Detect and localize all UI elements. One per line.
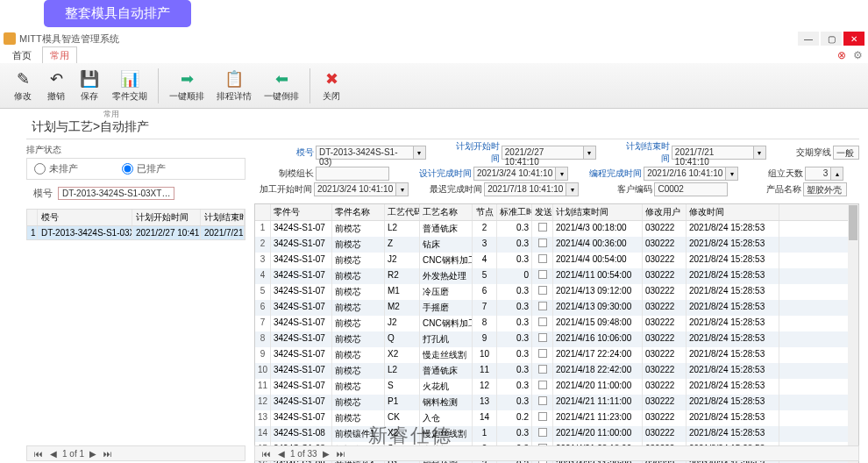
detail-icon: 📋	[224, 68, 245, 89]
plan-end-input[interactable]: 2021/7/21 10:41:10	[672, 146, 754, 160]
design-done-lbl: 设计完成时间	[419, 167, 472, 180]
window-close-button[interactable]: ✕	[843, 32, 864, 46]
checkbox[interactable]	[538, 286, 547, 295]
col-node[interactable]: 节点	[473, 204, 497, 220]
help-icon[interactable]: ⊗	[837, 49, 846, 61]
due-lbl: 交期穿线	[787, 146, 831, 159]
checkbox[interactable]	[538, 396, 547, 405]
proc-start-input[interactable]: 2021/3/24 10:41:10	[314, 182, 396, 196]
pager-first-icon[interactable]: ⏮	[32, 449, 45, 459]
team-input[interactable]	[316, 167, 389, 181]
pager-next-icon[interactable]: ▶	[321, 449, 331, 459]
modify-button[interactable]: ✎修改	[7, 67, 39, 104]
mold-filter-input[interactable]: DT-2013-3424S-S1-03XT…	[58, 187, 174, 200]
checkbox[interactable]	[538, 365, 547, 374]
dropdown-icon[interactable]: ▾	[414, 146, 426, 160]
pager-text: 1 of 1	[62, 449, 84, 459]
parts-due-button[interactable]: 📊零件交期	[107, 67, 153, 104]
col-mod-user[interactable]: 修改用户	[643, 204, 687, 220]
pager-next-icon[interactable]: ▶	[88, 449, 98, 459]
checkbox[interactable]	[538, 349, 547, 358]
planned-radio[interactable]: 已排产	[122, 162, 166, 175]
save-button[interactable]: 💾保存	[74, 67, 105, 104]
cust-input[interactable]: C0002	[654, 182, 728, 196]
detail-button[interactable]: 📋排程详情	[211, 67, 257, 104]
checkbox[interactable]	[538, 254, 547, 263]
table-row[interactable]: 63424S-S1-07前模芯M2手摇磨70.32021/4/13 09:30:…	[255, 300, 858, 316]
dropdown-icon[interactable]: ▾	[566, 182, 579, 196]
table-row[interactable]: 13424S-S1-07前模芯L2普通铣床20.32021/4/3 00:18:…	[255, 221, 858, 237]
col-mod-time[interactable]: 修改时间	[687, 204, 779, 220]
scrollbar[interactable]	[848, 204, 858, 463]
col-start[interactable]: 计划开始时间	[132, 210, 201, 225]
dropdown-icon[interactable]: ▾	[754, 146, 766, 160]
pager-last-icon[interactable]: ⏭	[335, 449, 347, 459]
minimize-button[interactable]: —	[798, 32, 819, 46]
close-icon: ✖	[321, 68, 342, 89]
col-part-no[interactable]: 零件号	[271, 204, 332, 220]
latest-done-lbl: 最迟完成时间	[430, 183, 482, 196]
prog-done-input[interactable]: 2021/2/16 10:41:10	[644, 167, 726, 181]
spinner-icon[interactable]: ▴	[831, 167, 843, 181]
mold-filter-row: 模号 DT-2013-3424S-S1-03XT…	[26, 183, 245, 203]
prod-input[interactable]: 塑胶外壳	[803, 182, 847, 196]
table-row[interactable]: 133424S-S1-07前模芯CK入仓140.22021/4/21 11:23…	[255, 410, 858, 426]
status-radio-group: 未排产 已排产	[26, 158, 245, 180]
reverse-button[interactable]: ⬅一键倒排	[259, 67, 304, 104]
checkbox[interactable]	[538, 317, 547, 326]
col-std-hr[interactable]: 标准工时	[497, 204, 532, 220]
table-row[interactable]: 23424S-S1-07前模芯Z钻床30.32021/4/4 00:36:000…	[255, 237, 858, 253]
dropdown-icon[interactable]: ▾	[396, 182, 409, 196]
mold-input[interactable]: DT-2013-3424S-S1-03)	[316, 146, 414, 160]
latest-done-input[interactable]: 2021/7/18 10:41:10	[484, 182, 566, 196]
pager-last-icon[interactable]: ⏭	[102, 449, 114, 459]
undo-button[interactable]: ↶撤销	[40, 67, 72, 104]
col-mold[interactable]: 模号	[38, 210, 132, 225]
col-part-name[interactable]: 零件名称	[332, 204, 385, 220]
seq-button[interactable]: ➡一键顺排	[164, 67, 210, 104]
pager-first-icon[interactable]: ⏮	[260, 449, 273, 459]
table-row[interactable]: 123424S-S1-07前模芯P1钢料检测130.32021/4/21 11:…	[255, 395, 858, 410]
close-button[interactable]: ✖关闭	[316, 67, 347, 104]
col-plan-end[interactable]: 计划结束时间	[553, 204, 643, 220]
table-row[interactable]: 73424S-S1-07前模芯J2CNC钢料加工80.32021/4/15 09…	[255, 316, 858, 331]
checkbox[interactable]	[538, 223, 547, 232]
checkbox[interactable]	[538, 333, 547, 342]
table-row[interactable]: 113424S-S1-07前模芯S火花机120.32021/4/20 11:00…	[255, 379, 858, 395]
col-end[interactable]: 计划结束时间	[201, 210, 245, 225]
dropdown-icon[interactable]: ▾	[556, 167, 568, 181]
checkbox[interactable]	[538, 270, 547, 279]
dropdown-icon[interactable]: ▾	[726, 167, 738, 181]
maximize-button[interactable]: ▢	[821, 32, 842, 46]
settings-icon[interactable]: ⚙	[853, 49, 863, 61]
table-row[interactable]: 53424S-S1-07前模芯M1冷压磨60.32021/4/13 09:12:…	[255, 284, 858, 300]
due-input[interactable]: 一般	[833, 146, 859, 160]
table-row[interactable]: 33424S-S1-07前模芯J2CNC钢料加工40.32021/4/4 00:…	[255, 253, 858, 268]
checkbox[interactable]	[538, 428, 547, 437]
plan-start-input[interactable]: 2021/2/27 10:41:10	[502, 146, 584, 160]
pager-prev-icon[interactable]: ◀	[276, 449, 287, 459]
checkbox[interactable]	[538, 381, 547, 389]
table-row[interactable]: 43424S-S1-07前模芯R2外发热处理502021/4/11 00:54:…	[255, 268, 858, 284]
col-proc-name[interactable]: 工艺名称	[420, 204, 473, 220]
checkbox[interactable]	[538, 302, 547, 310]
table-row[interactable]: 83424S-S1-07前模芯Q打孔机90.32021/4/16 10:06:0…	[255, 331, 858, 347]
app-icon	[4, 32, 16, 45]
table-row[interactable]: 93424S-S1-07前模芯X2慢走丝线割100.32021/4/17 22:…	[255, 347, 858, 363]
app-title: MITT模具智造管理系统	[19, 32, 798, 46]
design-done-input[interactable]: 2021/3/24 10:41:10	[473, 167, 556, 181]
tab-home[interactable]: 首页	[5, 47, 39, 64]
table-row[interactable]: 1DT-2013-3424S-S1-03XT2021/2/27 10:41:10…	[27, 226, 245, 239]
table-row[interactable]: 103424S-S1-07前模芯L2普通铣床110.32021/4/18 22:…	[255, 363, 858, 379]
col-proc-code[interactable]: 工艺代码	[385, 204, 420, 220]
tab-common[interactable]: 常用	[42, 46, 77, 64]
unplanned-radio[interactable]: 未排产	[34, 162, 78, 175]
pager-prev-icon[interactable]: ◀	[48, 449, 59, 459]
table-row[interactable]: 143424S-S1-08前模镶件1X2慢走丝线割10.32021/4/20 1…	[255, 426, 858, 442]
plan-start-lbl: 计划开始时间	[447, 140, 500, 165]
col-send[interactable]: 发送	[532, 204, 553, 220]
checkbox[interactable]	[538, 239, 547, 247]
dropdown-icon[interactable]: ▾	[584, 146, 596, 160]
checkbox[interactable]	[538, 412, 547, 421]
setup-days-input[interactable]: 3	[805, 167, 831, 181]
